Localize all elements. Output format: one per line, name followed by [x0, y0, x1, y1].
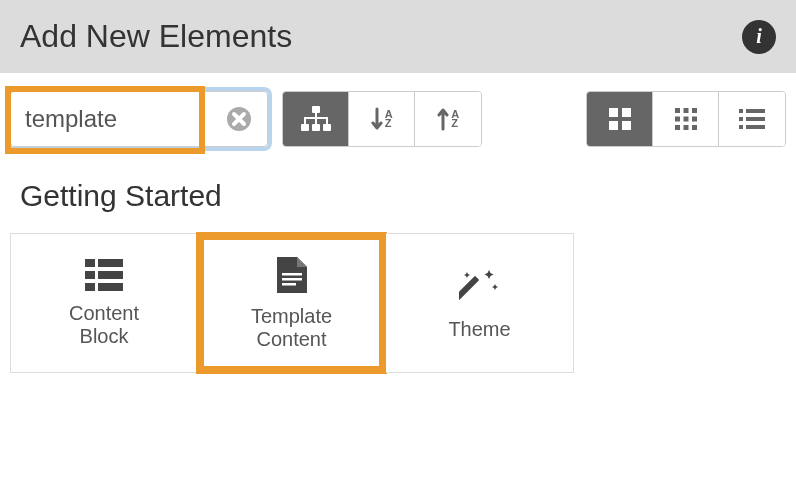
svg-rect-25 [98, 259, 123, 267]
content-block-icon [84, 258, 124, 292]
svg-rect-17 [692, 125, 697, 130]
wand-icon [459, 266, 501, 308]
svg-rect-5 [609, 108, 618, 117]
search-input[interactable] [11, 92, 211, 146]
toolbar: A Z A Z [0, 73, 796, 165]
sort-asc-label: A Z [385, 110, 392, 129]
svg-rect-9 [675, 108, 680, 113]
small-grid-view-button[interactable] [653, 92, 719, 146]
card-label: Template Content [251, 305, 332, 351]
small-grid-icon [673, 106, 699, 132]
svg-rect-6 [622, 108, 631, 117]
card-label: Content Block [69, 302, 139, 348]
svg-rect-31 [282, 278, 302, 281]
hierarchy-sort-button[interactable] [283, 92, 349, 146]
svg-rect-32 [282, 283, 296, 286]
svg-rect-23 [746, 125, 765, 129]
svg-rect-7 [609, 121, 618, 130]
svg-rect-1 [312, 106, 320, 113]
svg-rect-24 [85, 259, 95, 267]
section-title: Getting Started [0, 165, 796, 233]
info-icon[interactable]: i [742, 20, 776, 54]
svg-rect-3 [312, 124, 320, 131]
svg-rect-16 [683, 125, 688, 130]
card-theme[interactable]: Theme [386, 233, 574, 373]
card-template-content[interactable]: Template Content [198, 233, 386, 373]
svg-rect-11 [692, 108, 697, 113]
close-circle-icon [226, 106, 252, 132]
list-icon [738, 108, 766, 130]
arrow-up-icon [437, 107, 449, 131]
sort-group: A Z A Z [282, 91, 482, 147]
sort-desc-button[interactable]: A Z [415, 92, 481, 146]
search-wrap [10, 91, 268, 147]
document-icon [275, 255, 309, 295]
svg-rect-27 [98, 271, 123, 279]
list-view-button[interactable] [719, 92, 785, 146]
svg-rect-21 [746, 117, 765, 121]
svg-rect-30 [282, 273, 302, 276]
svg-rect-18 [739, 109, 743, 113]
svg-rect-20 [739, 117, 743, 121]
svg-rect-29 [98, 283, 123, 291]
large-grid-icon [607, 106, 633, 132]
svg-rect-19 [746, 109, 765, 113]
svg-rect-2 [301, 124, 309, 131]
svg-rect-12 [675, 117, 680, 122]
sort-desc-label: A Z [451, 110, 458, 129]
card-row: Content Block Template Content Theme [0, 233, 796, 373]
svg-rect-14 [692, 117, 697, 122]
sort-asc-button[interactable]: A Z [349, 92, 415, 146]
svg-rect-10 [683, 108, 688, 113]
svg-rect-8 [622, 121, 631, 130]
svg-rect-28 [85, 283, 95, 291]
card-content-block[interactable]: Content Block [10, 233, 198, 373]
clear-search-button[interactable] [211, 92, 267, 146]
svg-rect-33 [459, 275, 479, 303]
page-title: Add New Elements [20, 18, 292, 55]
svg-rect-15 [675, 125, 680, 130]
svg-rect-22 [739, 125, 743, 129]
card-label: Theme [448, 318, 510, 341]
hierarchy-icon [300, 105, 332, 133]
svg-rect-4 [323, 124, 331, 131]
view-group [586, 91, 786, 147]
header: Add New Elements i [0, 0, 796, 73]
card-highlight [196, 232, 387, 374]
large-grid-view-button[interactable] [587, 92, 653, 146]
arrow-down-icon [371, 107, 383, 131]
svg-rect-13 [683, 117, 688, 122]
svg-rect-26 [85, 271, 95, 279]
